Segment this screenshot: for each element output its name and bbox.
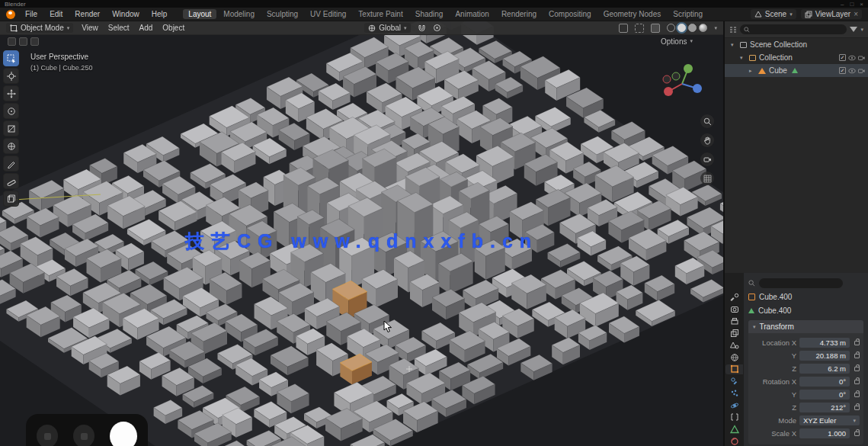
location-x-field[interactable]: 4.733 m xyxy=(799,338,850,348)
lock-icon[interactable] xyxy=(854,380,860,384)
lock-icon[interactable] xyxy=(854,367,860,371)
measure-tool[interactable] xyxy=(3,173,19,189)
output-tab[interactable] xyxy=(725,316,743,326)
checkbox-icon[interactable]: ✓ xyxy=(839,67,846,74)
minimize-button[interactable]: – xyxy=(841,1,844,8)
rotation-mode-dropdown[interactable]: XYZ Euler ▾ xyxy=(799,416,860,425)
gizmo-y-axis[interactable] xyxy=(684,64,693,73)
physics-tab[interactable] xyxy=(725,400,743,410)
blender-logo-icon[interactable] xyxy=(6,10,15,19)
workspace-tab-rendering[interactable]: Rendering xyxy=(496,9,542,19)
rendered-shading-icon[interactable] xyxy=(699,24,707,32)
material-preview-shading-icon[interactable] xyxy=(688,24,697,32)
lock-icon[interactable] xyxy=(854,341,860,345)
material-tab[interactable] xyxy=(725,436,743,446)
workspace-tab-geometry-nodes[interactable]: Geometry Nodes xyxy=(598,9,667,19)
workspace-tab-animation[interactable]: Animation xyxy=(450,9,494,19)
transform-panel-header[interactable]: ▾ Transform xyxy=(748,320,863,333)
outliner-row-collection[interactable]: ▾ Collection ✓ xyxy=(725,51,868,64)
gizmo-neg-y-axis[interactable] xyxy=(672,72,680,80)
screencast-record-button[interactable] xyxy=(110,422,137,446)
scale-tool[interactable] xyxy=(3,120,19,136)
disclosure-triangle-icon[interactable]: ▾ xyxy=(731,42,737,48)
disclosure-triangle-icon[interactable]: ▾ xyxy=(740,55,746,61)
scene-selector[interactable]: Scene ▾ xyxy=(751,9,796,19)
location-z-field[interactable]: 6.2 m xyxy=(799,364,850,374)
screencast-button-1[interactable] xyxy=(37,425,58,446)
breadcrumb-object-row[interactable]: Cube.400 xyxy=(748,290,863,303)
workspace-tab-modeling[interactable]: Modeling xyxy=(218,9,260,19)
disclosure-triangle-icon[interactable]: ▸ xyxy=(749,68,755,74)
show-overlays-toggle-icon[interactable] xyxy=(635,24,644,33)
workspace-tab-uv-editing[interactable]: UV Editing xyxy=(305,9,351,19)
close-button[interactable]: × xyxy=(860,1,863,8)
viewport-menu-select[interactable]: Select xyxy=(107,24,131,32)
workspace-tab-layout[interactable]: Layout xyxy=(183,9,216,19)
gizmo-x-axis[interactable] xyxy=(664,87,673,96)
lock-icon[interactable] xyxy=(854,393,860,397)
outliner-row-cube[interactable]: ▸ Cube ✓ xyxy=(725,64,868,77)
object-data-tab[interactable] xyxy=(725,425,743,435)
rotation-z-field[interactable]: 212° xyxy=(799,403,850,412)
rotation-y-field[interactable]: 0° xyxy=(799,390,850,399)
menu-file[interactable]: File xyxy=(23,9,40,19)
snap-magnet-icon[interactable] xyxy=(418,24,426,32)
properties-search-input[interactable] xyxy=(759,278,843,288)
options-dropdown[interactable]: Options ▾ xyxy=(661,37,693,46)
outliner-editor-icon[interactable] xyxy=(729,26,737,34)
modifiers-tab[interactable] xyxy=(725,377,743,387)
viewport-menu-view[interactable]: View xyxy=(80,24,100,32)
constraints-tab[interactable] xyxy=(725,412,743,422)
eye-icon[interactable] xyxy=(848,55,856,61)
camera-view-icon[interactable] xyxy=(700,152,714,166)
snap-settings-icon[interactable] xyxy=(19,37,27,46)
screencast-button-2[interactable] xyxy=(73,425,94,446)
lock-icon[interactable] xyxy=(854,406,860,410)
view-layer-tab[interactable] xyxy=(725,329,743,339)
workspace-tab-texture-paint[interactable]: Texture Paint xyxy=(353,9,408,19)
rotation-x-field[interactable]: 0° xyxy=(799,377,850,387)
move-tool[interactable] xyxy=(3,85,19,101)
menu-window[interactable]: Window xyxy=(110,9,142,19)
navigation-gizmo[interactable] xyxy=(658,59,706,108)
mode-dropdown[interactable]: Object Mode ▾ xyxy=(6,23,73,33)
menu-render[interactable]: Render xyxy=(72,9,102,19)
object-tab[interactable] xyxy=(725,364,743,374)
outliner-search-input[interactable] xyxy=(740,24,847,34)
zoom-icon[interactable] xyxy=(700,114,714,128)
workspace-tab-compositing[interactable]: Compositing xyxy=(543,9,597,19)
world-tab[interactable] xyxy=(725,352,743,362)
lock-icon[interactable] xyxy=(854,432,860,436)
workspace-tab-scripting[interactable]: Scripting xyxy=(668,9,708,19)
menu-help[interactable]: Help xyxy=(149,9,170,19)
solid-shading-icon[interactable] xyxy=(677,24,686,32)
add-cube-tool[interactable] xyxy=(3,191,19,207)
eye-icon[interactable] xyxy=(848,68,856,74)
camera-icon[interactable] xyxy=(858,68,865,74)
render-tab[interactable] xyxy=(725,305,743,315)
select-box-tool[interactable] xyxy=(3,50,19,66)
gizmo-z-axis[interactable] xyxy=(693,84,702,93)
hand-icon[interactable] xyxy=(700,133,714,147)
wireframe-shading-icon[interactable] xyxy=(667,24,675,32)
xray-toggle-icon[interactable] xyxy=(651,24,660,33)
viewport-3d[interactable]: Object Mode ▾ View Select Add Object Glo… xyxy=(0,21,723,446)
active-tool-icon[interactable] xyxy=(8,37,16,46)
rotate-tool[interactable] xyxy=(3,103,19,119)
checkbox-icon[interactable]: ✓ xyxy=(839,54,846,61)
viewport-menu-add[interactable]: Add xyxy=(138,24,155,32)
maximize-button[interactable]: □ xyxy=(850,1,854,8)
viewport-menu-object[interactable]: Object xyxy=(161,24,186,32)
scale-x-field[interactable]: 1.000 xyxy=(799,428,850,438)
lock-icon[interactable] xyxy=(854,354,860,358)
cursor-tool[interactable] xyxy=(3,68,19,84)
view-layer-selector[interactable]: ViewLayer × xyxy=(801,9,862,19)
transform-orientation-dropdown[interactable]: Global ▾ xyxy=(364,23,410,33)
annotate-tool[interactable] xyxy=(3,156,19,172)
pivot-settings-icon[interactable] xyxy=(30,37,39,46)
menu-edit[interactable]: Edit xyxy=(47,9,65,19)
workspace-tab-shading[interactable]: Shading xyxy=(410,9,449,19)
particles-tab[interactable] xyxy=(725,389,743,399)
tool-tab[interactable] xyxy=(725,293,743,303)
workspace-tab-sculpting[interactable]: Sculpting xyxy=(261,9,303,19)
